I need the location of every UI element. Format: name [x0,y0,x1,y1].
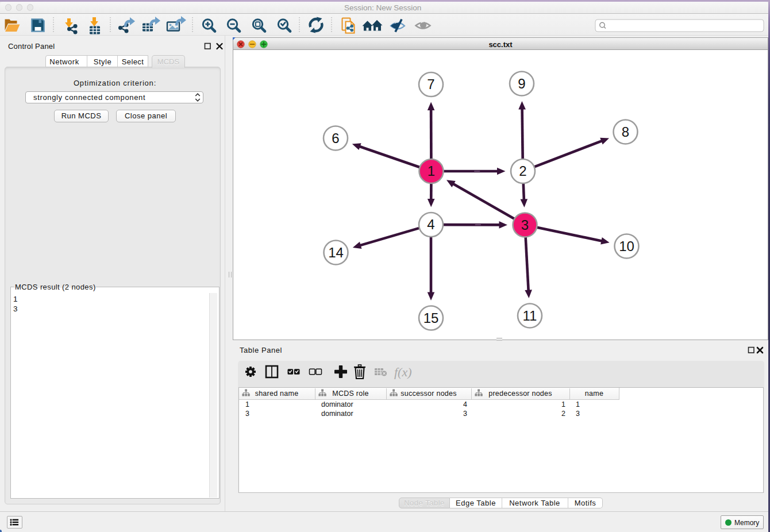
svg-text:9: 9 [518,76,525,91]
svg-text:3: 3 [521,217,529,233]
svg-text:6: 6 [332,130,339,146]
svg-text:11: 11 [523,308,537,323]
svg-text:f(x): f(x) [394,365,412,379]
svg-text:15: 15 [424,310,439,326]
svg-text:2: 2 [519,163,526,179]
svg-text:7: 7 [427,76,434,92]
svg-text:4: 4 [427,217,434,232]
svg-text:14: 14 [328,245,344,260]
svg-text:8: 8 [622,124,629,140]
svg-text:10: 10 [619,238,634,254]
svg-text:1: 1 [428,163,435,179]
